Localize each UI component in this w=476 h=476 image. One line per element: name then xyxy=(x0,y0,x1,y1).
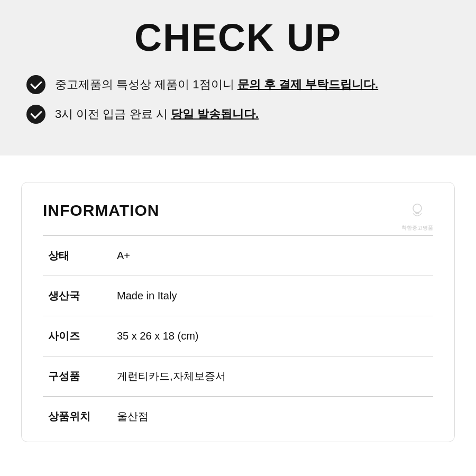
main-title: CHECK UP xyxy=(11,16,465,59)
info-value-3: 게런티카드,자체보증서 xyxy=(112,356,433,397)
svg-point-0 xyxy=(413,204,422,213)
table-row: 사이즈35 x 26 x 18 (cm) xyxy=(43,316,433,356)
info-label-2: 사이즈 xyxy=(43,316,112,356)
info-table: 상태A+생산국Made in Italy사이즈35 x 26 x 18 (cm)… xyxy=(43,235,433,436)
info-title: INFORMATION xyxy=(43,202,433,219)
info-section: INFORMATION 착한중고명품 상태A+생산국Made in Italy사… xyxy=(0,155,476,469)
header-section: CHECK UP 중고제품의 특성상 제품이 1점이니 문의 후 결제 부탁드립… xyxy=(0,0,476,155)
info-value-0: A+ xyxy=(112,236,433,276)
check-item-2: 3시 이전 입금 완료 시 당일 발송됩니다. xyxy=(26,105,450,124)
table-row: 생산국Made in Italy xyxy=(43,276,433,316)
brand-watermark-text: 착한중고명품 xyxy=(401,224,433,232)
info-value-1: Made in Italy xyxy=(112,276,433,316)
brand-logo-icon xyxy=(407,202,428,223)
check-icon-2 xyxy=(26,105,45,124)
table-row: 상태A+ xyxy=(43,236,433,276)
info-label-4: 상품위치 xyxy=(43,397,112,437)
brand-watermark: 착한중고명품 xyxy=(401,202,433,232)
check-icon-1 xyxy=(26,75,45,94)
check-item-2-highlight: 당일 발송됩니다. xyxy=(171,107,259,121)
info-value-4: 울산점 xyxy=(112,397,433,437)
info-value-2: 35 x 26 x 18 (cm) xyxy=(112,316,433,356)
table-row: 상품위치울산점 xyxy=(43,397,433,437)
info-label-3: 구성품 xyxy=(43,356,112,397)
check-item-1-highlight: 문의 후 결제 부탁드립니다. xyxy=(237,78,378,91)
info-label-0: 상태 xyxy=(43,236,112,276)
check-items-list: 중고제품의 특성상 제품이 1점이니 문의 후 결제 부탁드립니다. 3시 이전… xyxy=(26,75,450,134)
info-card: INFORMATION 착한중고명품 상태A+생산국Made in Italy사… xyxy=(21,182,455,442)
check-item-2-text: 3시 이전 입금 완료 시 당일 발송됩니다. xyxy=(55,106,259,123)
table-row: 구성품게런티카드,자체보증서 xyxy=(43,356,433,397)
info-label-1: 생산국 xyxy=(43,276,112,316)
check-item-1: 중고제품의 특성상 제품이 1점이니 문의 후 결제 부탁드립니다. xyxy=(26,75,450,94)
check-item-1-text: 중고제품의 특성상 제품이 1점이니 문의 후 결제 부탁드립니다. xyxy=(55,77,378,93)
